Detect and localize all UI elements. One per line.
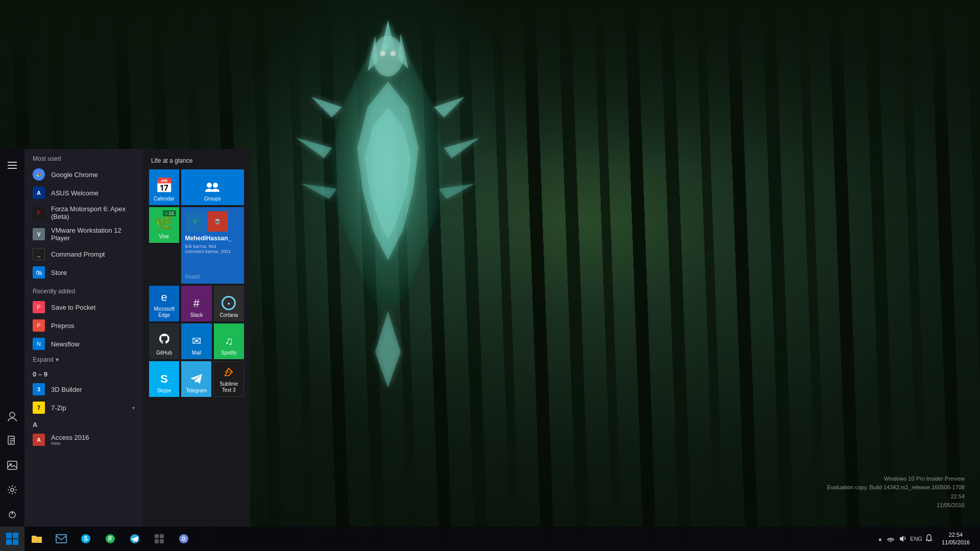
expand-button[interactable]: Expand ▾: [24, 353, 143, 366]
svg-rect-19: [8, 168, 17, 169]
svg-marker-8: [434, 97, 464, 117]
clock[interactable]: 22:54 11/05/2016: [936, 531, 976, 547]
taskbar-apps-grid[interactable]: [147, 527, 172, 551]
tile-mail[interactable]: ✉ Mail: [181, 323, 211, 359]
svg-rect-39: [155, 539, 159, 543]
svg-rect-40: [160, 539, 164, 543]
tile-github[interactable]: GitHub: [149, 323, 179, 359]
groups-tile-icon: [204, 181, 220, 194]
reddit-label: Readit: [185, 274, 240, 280]
sidebar-user[interactable]: [0, 404, 24, 429]
sublime-tile-icon: [223, 366, 235, 379]
system-tray: ▲ ENG 22:54 11: [876, 531, 980, 547]
app-chrome[interactable]: Google Chrome: [24, 165, 143, 184]
svg-text:D: D: [182, 536, 185, 542]
3dbuilder-icon: 3: [33, 383, 45, 395]
chrome-label: Google Chrome: [51, 171, 98, 179]
calendar-tile-icon: 📅: [155, 177, 173, 194]
app-forza[interactable]: F Forza Motorsport 6: Apex (Beta): [24, 202, 143, 223]
tile-vine[interactable]: V 12 🌿 Vine: [149, 207, 179, 243]
watermark-line4: 11/05/2016: [827, 501, 965, 510]
svg-marker-11: [357, 82, 419, 260]
newsflow-label: Newsflow: [51, 340, 80, 348]
volume-icon[interactable]: [898, 534, 908, 544]
svg-point-28: [213, 183, 218, 188]
vine-count: 12: [169, 211, 174, 216]
tiles-area: Life at a glance 📅 Calendar Groups: [143, 149, 250, 527]
tiles-row-3: e Microsoft Edge # Slack ● Cortana: [149, 286, 244, 321]
language-indicator[interactable]: ENG: [910, 536, 922, 542]
svg-marker-1: [380, 20, 390, 56]
slack-tile-icon: #: [193, 297, 200, 310]
expand-chevron: ▾: [56, 356, 59, 363]
app-list: Most used Google Chrome A ASUS Welcome: [24, 149, 143, 527]
tile-slack[interactable]: # Slack: [181, 286, 211, 321]
mail-tile-label: Mail: [192, 350, 201, 356]
svg-rect-22: [8, 461, 17, 469]
sidebar-power[interactable]: [0, 502, 24, 527]
taskbar-spotify[interactable]: [98, 527, 122, 551]
newsflow-icon: N: [33, 338, 45, 350]
notification-icon[interactable]: [924, 533, 934, 545]
start-button[interactable]: [0, 527, 24, 551]
svg-marker-16: [375, 311, 401, 388]
taskbar-file-explorer[interactable]: [24, 527, 49, 551]
tile-sublime[interactable]: Sublime Text 3: [213, 361, 244, 397]
svg-point-43: [890, 540, 892, 542]
watermark: Windows 10 Pro Insider Preview Evaluatio…: [827, 474, 965, 510]
start-sidebar: [0, 149, 24, 527]
app-store[interactable]: 🛍 Store: [24, 263, 143, 282]
tile-telegram[interactable]: Telegram: [181, 361, 211, 397]
app-prepros[interactable]: P Prepros: [24, 316, 143, 335]
svg-marker-12: [365, 107, 411, 240]
app-cmd[interactable]: _ Command Prompt: [24, 245, 143, 263]
app-pocket[interactable]: P Save to Pocket: [24, 298, 143, 316]
mail-tile-icon: ✉: [192, 335, 201, 348]
tile-spotify[interactable]: ♫ Spotify: [214, 323, 244, 359]
access-icon: A: [33, 434, 45, 446]
taskbar-discord[interactable]: D: [172, 527, 196, 551]
tile-skype[interactable]: S Skype: [149, 361, 179, 397]
app-newsflow[interactable]: N Newsflow: [24, 335, 143, 353]
watermark-line3: 22:54: [827, 492, 965, 502]
tile-cortana[interactable]: ● Cortana: [214, 286, 244, 321]
7zip-icon: 7: [33, 402, 45, 414]
app-vmware[interactable]: V VMware Workstation 12 Player: [24, 223, 143, 245]
pocket-icon: P: [33, 301, 45, 313]
svg-marker-6: [296, 138, 332, 158]
vmware-label: VMware Workstation 12 Player: [51, 227, 135, 242]
svg-point-14: [380, 51, 385, 56]
vine-badge: V 12: [163, 210, 176, 216]
app-access[interactable]: A Access 2016 New: [24, 431, 143, 449]
app-7zip[interactable]: 7 7-Zip ▾: [24, 398, 143, 417]
numbers-header: 0 – 9: [24, 366, 143, 380]
app-3dbuilder[interactable]: 3 3D Builder: [24, 380, 143, 398]
tiles-row-5: S Skype Telegram: [149, 361, 244, 397]
tile-edge[interactable]: e Microsoft Edge: [149, 286, 179, 321]
tile-reddit[interactable]: V 👽 MehediHassan_ link karma: 964 commen…: [181, 207, 244, 284]
sidebar-documents[interactable]: [0, 429, 24, 453]
svg-rect-32: [56, 535, 66, 543]
github-tile-label: GitHub: [156, 350, 172, 356]
svg-point-15: [390, 51, 396, 56]
cortana-tile-label: Cortana: [220, 312, 238, 318]
tile-calendar[interactable]: 📅 Calendar: [149, 169, 179, 205]
taskbar-mail[interactable]: [49, 527, 74, 551]
sidebar-hamburger[interactable]: [0, 153, 24, 178]
tray-expand[interactable]: ▲: [876, 535, 884, 543]
sidebar-pictures[interactable]: [0, 453, 24, 478]
svg-point-24: [11, 488, 14, 491]
reddit-top-row: V 👽: [185, 211, 240, 232]
asus-label: ASUS Welcome: [51, 189, 99, 197]
taskbar-skype[interactable]: S: [74, 527, 98, 551]
tiles-row-1: 📅 Calendar Groups: [149, 169, 244, 205]
taskbar-telegram[interactable]: [122, 527, 147, 551]
svg-marker-4: [398, 33, 408, 69]
network-icon[interactable]: [886, 534, 896, 544]
sidebar-settings[interactable]: [0, 478, 24, 502]
reddit-vine-sub: V: [185, 211, 206, 232]
tile-groups[interactable]: Groups: [181, 169, 244, 205]
most-used-header: Most used: [24, 149, 143, 165]
recently-added-header: Recently added: [24, 282, 143, 298]
app-asus[interactable]: A ASUS Welcome: [24, 184, 143, 202]
